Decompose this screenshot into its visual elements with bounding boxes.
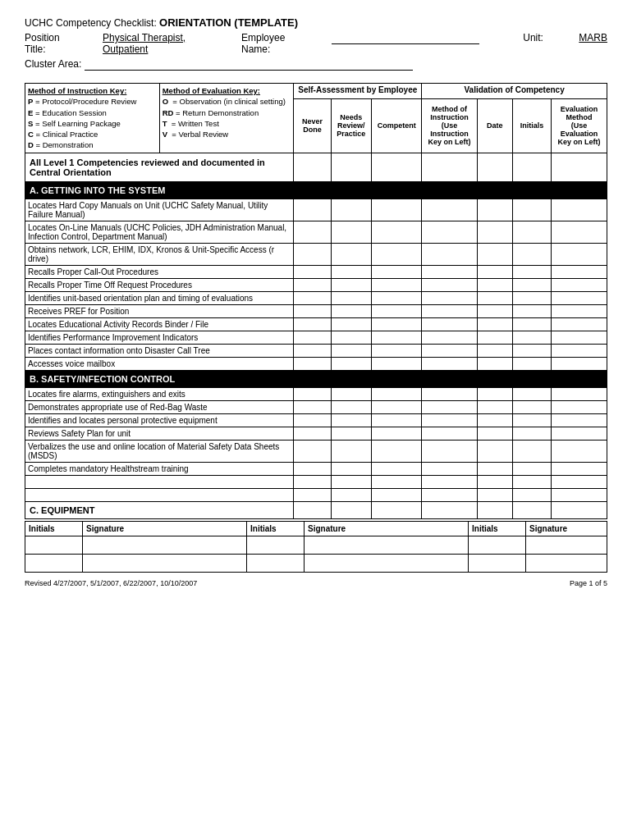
table-row: Recalls Proper Call-Out Procedures: [25, 265, 607, 278]
table-row: Locates Educational Activity Records Bin…: [25, 317, 607, 331]
sig-value-5: [305, 554, 469, 572]
table-row: Identifies Performance Improvement Indic…: [25, 331, 607, 344]
table-row: Accesses voice mailbox: [25, 357, 607, 370]
section-a-header: A. GETTING INTO THE SYSTEM: [25, 181, 607, 199]
sig-row-1: [25, 536, 607, 554]
competent-header: Competent: [372, 99, 422, 153]
sig-value-3: [526, 536, 607, 554]
sig-signature-header-3: Signature: [526, 521, 607, 536]
unit-value: MARB: [579, 32, 607, 43]
sig-initials-3: [469, 536, 526, 554]
table-row: Receives PREF for Position: [25, 304, 607, 317]
table-row: Obtains network, LCR, EHIM, IDX, Kronos …: [25, 243, 607, 265]
cluster-label: Cluster Area:: [25, 58, 81, 70]
table-row: Demonstrates appropriate use of Red-Bag …: [25, 400, 607, 413]
table-row: Identifies unit-based orientation plan a…: [25, 291, 607, 304]
validation-header: Validation of Competency: [422, 84, 607, 99]
table-row: Locates On-Line Manuals (UCHC Policies, …: [25, 221, 607, 243]
sig-signature-header-1: Signature: [83, 521, 247, 536]
sig-initials-5: [247, 554, 305, 572]
eval-key-block: Method of Evaluation Key: O = Observatio…: [163, 85, 291, 139]
sig-value-1: [83, 536, 247, 554]
table-row: Locates fire alarms, extinguishers and e…: [25, 387, 607, 400]
needs-review-header: NeedsReview/Practice: [331, 99, 372, 153]
sig-initials-4: [25, 554, 83, 572]
method-key-block: Method of Instruction Key: P = Protocol/…: [28, 85, 157, 151]
sig-initials-header-3: Initials: [469, 521, 526, 536]
sig-initials-6: [469, 554, 526, 572]
table-row: Recalls Proper Time Off Request Procedur…: [25, 278, 607, 291]
table-row: Places contact information onto Disaster…: [25, 344, 607, 357]
unit-label: Unit:: [523, 32, 543, 43]
signature-table: Initials Signature Initials Signature In…: [25, 521, 607, 573]
employee-field: [332, 32, 479, 44]
position-value: Physical Therapist, Outpatient: [103, 32, 198, 55]
sig-signature-header-2: Signature: [305, 521, 469, 536]
sig-value-4: [83, 554, 247, 572]
table-row: Verbalizes the use and online location o…: [25, 440, 607, 462]
table-row: Completes mandatory Healthstream trainin…: [25, 462, 607, 475]
date-header: Date: [477, 99, 512, 153]
sig-initials-2: [247, 536, 305, 554]
table-row: [25, 488, 607, 501]
table-row: Locates Hard Copy Manuals on Unit (UCHC …: [25, 199, 607, 221]
sig-initials-header-1: Initials: [25, 521, 83, 536]
table-row: Identifies and locates personal protecti…: [25, 413, 607, 427]
cluster-field: [85, 58, 413, 71]
sig-value-6: [526, 554, 607, 572]
footer-page: Page 1 of 5: [570, 579, 607, 587]
title-prefix: UCHC Competency Checklist:: [25, 17, 157, 29]
sig-header-row: Initials Signature Initials Signature In…: [25, 521, 607, 536]
sig-value-2: [305, 536, 469, 554]
never-done-header: NeverDone: [294, 99, 331, 153]
initials-header: Initials: [512, 99, 551, 153]
sig-initials-1: [25, 536, 83, 554]
section-b-header: B. SAFETY/INFECTION CONTROL: [25, 370, 607, 387]
table-row: Reviews Safety Plan for unit: [25, 427, 607, 440]
employee-label: Employee Name:: [241, 32, 296, 55]
section-c-header: C. EQUIPMENT: [25, 501, 607, 518]
title-main: ORIENTATION (TEMPLATE): [159, 16, 298, 29]
table-row: [25, 475, 607, 488]
competency-table: Method of Instruction Key: P = Protocol/…: [25, 83, 607, 519]
all-level-row: All Level 1 Competencies reviewed and do…: [25, 153, 607, 181]
sig-row-2: [25, 554, 607, 572]
method-instruction-header: Method ofInstruction(UseInstructionKey o…: [422, 99, 478, 153]
eval-method-header: EvaluationMethod(UseEvaluationKey on Lef…: [552, 99, 607, 153]
sig-initials-header-2: Initials: [247, 521, 305, 536]
position-label: Position Title:: [25, 32, 67, 55]
self-assessment-header: Self-Assessment by Employee: [294, 84, 422, 99]
footer-revised: Revised 4/27/2007, 5/1/2007, 6/22/2007, …: [25, 579, 197, 587]
